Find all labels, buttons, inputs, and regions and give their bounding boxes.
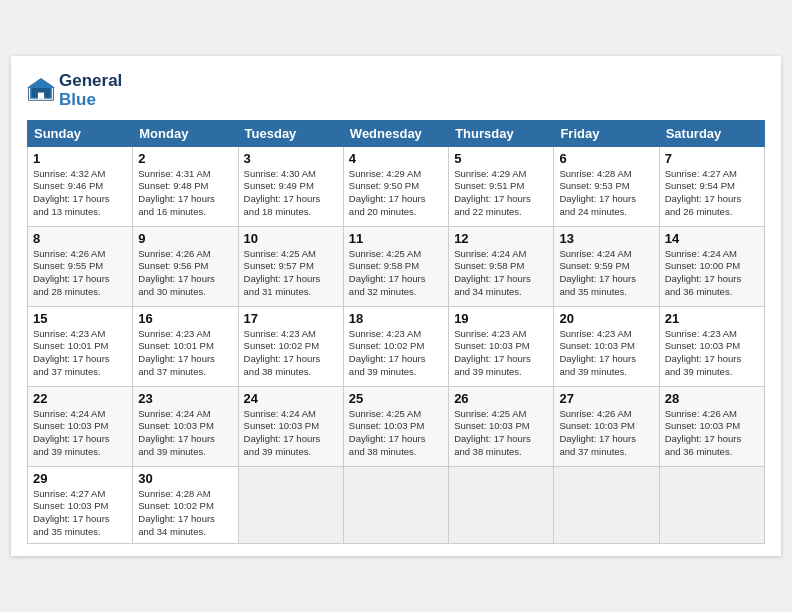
- sunset-label: Sunset: 9:53 PM: [559, 180, 629, 191]
- calendar-day-cell: 15 Sunrise: 4:23 AM Sunset: 10:01 PM Day…: [28, 306, 133, 386]
- calendar-day-cell: 18 Sunrise: 4:23 AM Sunset: 10:02 PM Day…: [343, 306, 448, 386]
- cell-content: Sunrise: 4:29 AM Sunset: 9:51 PM Dayligh…: [454, 168, 548, 219]
- daylight-label: Daylight: 17 hoursand 28 minutes.: [33, 273, 110, 297]
- cell-content: Sunrise: 4:24 AM Sunset: 10:03 PM Daylig…: [138, 408, 232, 459]
- calendar-day-cell: 9 Sunrise: 4:26 AM Sunset: 9:56 PM Dayli…: [133, 226, 238, 306]
- calendar-day-cell: 7 Sunrise: 4:27 AM Sunset: 9:54 PM Dayli…: [659, 146, 764, 226]
- calendar-week-row: 29 Sunrise: 4:27 AM Sunset: 10:03 PM Day…: [28, 466, 765, 543]
- daylight-label: Daylight: 17 hoursand 39 minutes.: [33, 433, 110, 457]
- calendar-day-cell: 13 Sunrise: 4:24 AM Sunset: 9:59 PM Dayl…: [554, 226, 659, 306]
- weekday-header-cell: Thursday: [449, 120, 554, 146]
- weekday-header-cell: Tuesday: [238, 120, 343, 146]
- cell-content: Sunrise: 4:27 AM Sunset: 9:54 PM Dayligh…: [665, 168, 759, 219]
- cell-content: Sunrise: 4:25 AM Sunset: 9:58 PM Dayligh…: [349, 248, 443, 299]
- calendar-day-cell: [238, 466, 343, 543]
- sunrise-label: Sunrise: 4:31 AM: [138, 168, 210, 179]
- sunrise-label: Sunrise: 4:32 AM: [33, 168, 105, 179]
- sunrise-label: Sunrise: 4:23 AM: [559, 328, 631, 339]
- weekday-header-row: SundayMondayTuesdayWednesdayThursdayFrid…: [28, 120, 765, 146]
- daylight-label: Daylight: 17 hoursand 16 minutes.: [138, 193, 215, 217]
- day-number: 30: [138, 471, 232, 486]
- sunrise-label: Sunrise: 4:26 AM: [138, 248, 210, 259]
- calendar-day-cell: 4 Sunrise: 4:29 AM Sunset: 9:50 PM Dayli…: [343, 146, 448, 226]
- weekday-header-cell: Sunday: [28, 120, 133, 146]
- calendar-day-cell: [659, 466, 764, 543]
- sunrise-label: Sunrise: 4:26 AM: [559, 408, 631, 419]
- calendar-week-row: 22 Sunrise: 4:24 AM Sunset: 10:03 PM Day…: [28, 386, 765, 466]
- sunset-label: Sunset: 10:03 PM: [454, 340, 530, 351]
- sunset-label: Sunset: 9:54 PM: [665, 180, 735, 191]
- sunset-label: Sunset: 10:03 PM: [559, 420, 635, 431]
- svg-rect-3: [38, 92, 44, 98]
- sunrise-label: Sunrise: 4:25 AM: [454, 408, 526, 419]
- calendar-day-cell: 6 Sunrise: 4:28 AM Sunset: 9:53 PM Dayli…: [554, 146, 659, 226]
- sunset-label: Sunset: 10:01 PM: [33, 340, 109, 351]
- calendar-day-cell: 21 Sunrise: 4:23 AM Sunset: 10:03 PM Day…: [659, 306, 764, 386]
- day-number: 20: [559, 311, 653, 326]
- calendar-day-cell: 11 Sunrise: 4:25 AM Sunset: 9:58 PM Dayl…: [343, 226, 448, 306]
- cell-content: Sunrise: 4:24 AM Sunset: 10:00 PM Daylig…: [665, 248, 759, 299]
- calendar-day-cell: 14 Sunrise: 4:24 AM Sunset: 10:00 PM Day…: [659, 226, 764, 306]
- day-number: 2: [138, 151, 232, 166]
- day-number: 9: [138, 231, 232, 246]
- calendar-container: General Blue SundayMondayTuesdayWednesda…: [11, 56, 781, 556]
- sunset-label: Sunset: 10:03 PM: [138, 420, 214, 431]
- sunset-label: Sunset: 9:50 PM: [349, 180, 419, 191]
- day-number: 25: [349, 391, 443, 406]
- day-number: 24: [244, 391, 338, 406]
- daylight-label: Daylight: 17 hoursand 39 minutes.: [244, 433, 321, 457]
- sunrise-label: Sunrise: 4:28 AM: [559, 168, 631, 179]
- day-number: 8: [33, 231, 127, 246]
- calendar-day-cell: 22 Sunrise: 4:24 AM Sunset: 10:03 PM Day…: [28, 386, 133, 466]
- sunset-label: Sunset: 10:01 PM: [138, 340, 214, 351]
- cell-content: Sunrise: 4:23 AM Sunset: 10:01 PM Daylig…: [33, 328, 127, 379]
- cell-content: Sunrise: 4:24 AM Sunset: 9:59 PM Dayligh…: [559, 248, 653, 299]
- calendar-day-cell: 16 Sunrise: 4:23 AM Sunset: 10:01 PM Day…: [133, 306, 238, 386]
- cell-content: Sunrise: 4:26 AM Sunset: 9:55 PM Dayligh…: [33, 248, 127, 299]
- cell-content: Sunrise: 4:25 AM Sunset: 10:03 PM Daylig…: [349, 408, 443, 459]
- cell-content: Sunrise: 4:31 AM Sunset: 9:48 PM Dayligh…: [138, 168, 232, 219]
- logo: General Blue: [27, 72, 122, 109]
- sunset-label: Sunset: 10:03 PM: [665, 340, 741, 351]
- weekday-header-cell: Monday: [133, 120, 238, 146]
- calendar-day-cell: 29 Sunrise: 4:27 AM Sunset: 10:03 PM Day…: [28, 466, 133, 543]
- calendar-day-cell: 28 Sunrise: 4:26 AM Sunset: 10:03 PM Day…: [659, 386, 764, 466]
- sunrise-label: Sunrise: 4:25 AM: [244, 248, 316, 259]
- day-number: 26: [454, 391, 548, 406]
- day-number: 3: [244, 151, 338, 166]
- daylight-label: Daylight: 17 hoursand 26 minutes.: [665, 193, 742, 217]
- cell-content: Sunrise: 4:28 AM Sunset: 10:02 PM Daylig…: [138, 488, 232, 539]
- cell-content: Sunrise: 4:23 AM Sunset: 10:03 PM Daylig…: [454, 328, 548, 379]
- calendar-day-cell: 20 Sunrise: 4:23 AM Sunset: 10:03 PM Day…: [554, 306, 659, 386]
- daylight-label: Daylight: 17 hoursand 22 minutes.: [454, 193, 531, 217]
- sunrise-label: Sunrise: 4:27 AM: [33, 488, 105, 499]
- sunrise-label: Sunrise: 4:25 AM: [349, 408, 421, 419]
- cell-content: Sunrise: 4:23 AM Sunset: 10:02 PM Daylig…: [244, 328, 338, 379]
- calendar-day-cell: 3 Sunrise: 4:30 AM Sunset: 9:49 PM Dayli…: [238, 146, 343, 226]
- sunset-label: Sunset: 10:02 PM: [244, 340, 320, 351]
- sunset-label: Sunset: 10:02 PM: [138, 500, 214, 511]
- day-number: 4: [349, 151, 443, 166]
- day-number: 22: [33, 391, 127, 406]
- sunset-label: Sunset: 10:03 PM: [559, 340, 635, 351]
- daylight-label: Daylight: 17 hoursand 36 minutes.: [665, 433, 742, 457]
- cell-content: Sunrise: 4:30 AM Sunset: 9:49 PM Dayligh…: [244, 168, 338, 219]
- weekday-header-cell: Wednesday: [343, 120, 448, 146]
- day-number: 11: [349, 231, 443, 246]
- calendar-day-cell: [554, 466, 659, 543]
- cell-content: Sunrise: 4:23 AM Sunset: 10:02 PM Daylig…: [349, 328, 443, 379]
- sunset-label: Sunset: 9:58 PM: [349, 260, 419, 271]
- daylight-label: Daylight: 17 hoursand 20 minutes.: [349, 193, 426, 217]
- calendar-day-cell: 12 Sunrise: 4:24 AM Sunset: 9:58 PM Dayl…: [449, 226, 554, 306]
- daylight-label: Daylight: 17 hoursand 39 minutes.: [559, 353, 636, 377]
- sunrise-label: Sunrise: 4:28 AM: [138, 488, 210, 499]
- sunset-label: Sunset: 9:46 PM: [33, 180, 103, 191]
- calendar-day-cell: [343, 466, 448, 543]
- sunrise-label: Sunrise: 4:23 AM: [665, 328, 737, 339]
- sunrise-label: Sunrise: 4:23 AM: [454, 328, 526, 339]
- sunrise-label: Sunrise: 4:26 AM: [665, 408, 737, 419]
- calendar-day-cell: 8 Sunrise: 4:26 AM Sunset: 9:55 PM Dayli…: [28, 226, 133, 306]
- day-number: 5: [454, 151, 548, 166]
- calendar-day-cell: 24 Sunrise: 4:24 AM Sunset: 10:03 PM Day…: [238, 386, 343, 466]
- sunset-label: Sunset: 10:00 PM: [665, 260, 741, 271]
